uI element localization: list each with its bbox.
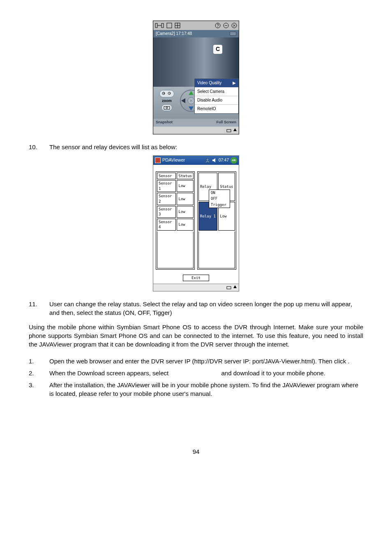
svg-rect-29 xyxy=(227,129,231,132)
page-number: 94 xyxy=(29,447,363,456)
close-icon xyxy=(231,23,237,28)
table-row: Sensor 3Low xyxy=(157,206,194,218)
svg-rect-2 xyxy=(167,23,172,28)
menu-video-quality[interactable]: Video Quality▶ xyxy=(195,79,238,88)
windows-flag-icon xyxy=(155,157,161,163)
up-arrow-icon xyxy=(233,128,237,133)
up-arrow-icon xyxy=(233,285,237,290)
camera-label-text: [Camera2] 17:17:48 xyxy=(156,31,192,37)
item-text: The sensor and relay devices will list a… xyxy=(49,143,363,151)
item-text: After the installation, the JAVAViewer w… xyxy=(49,381,363,398)
help-icon: ? xyxy=(215,23,221,28)
zoom-pill[interactable] xyxy=(159,90,174,97)
camera-label: [Camera2] 17:17:48 xyxy=(153,30,239,37)
item-number: 3. xyxy=(29,381,49,398)
menu-remote-io[interactable]: RemoteIO xyxy=(195,105,238,113)
window-icon xyxy=(166,23,172,28)
item-text: User can change the relay status. Select… xyxy=(49,300,363,317)
item-text: When the Download screen appears, select… xyxy=(49,369,363,377)
pda-body: Sensor Status Sensor 1Low Sensor 2Low Se… xyxy=(153,165,239,284)
pda-taskbar xyxy=(153,284,239,291)
signal-icon xyxy=(205,158,210,163)
svg-marker-21 xyxy=(189,91,194,95)
list-item-10: 10. The sensor and relay devices will li… xyxy=(29,143,363,151)
svg-marker-30 xyxy=(233,128,237,131)
item-number: 10. xyxy=(29,143,49,151)
svg-marker-23 xyxy=(181,98,185,103)
context-menu: Video Quality▶ Select Camera Disable Aud… xyxy=(194,79,239,114)
snapshot-pill[interactable] xyxy=(161,104,172,111)
list-item-2: 2. When the Download screen appears, sel… xyxy=(29,369,363,377)
relay-table: Relay Status Relay 1Low xyxy=(197,171,236,270)
menu-disable-audio[interactable]: Disable Audio xyxy=(195,96,238,105)
svg-text:?: ? xyxy=(217,23,219,28)
video-area: C Video Quality▶ Select Camera Disable A… xyxy=(153,37,239,87)
keyboard-icon xyxy=(226,128,231,133)
sync-icon xyxy=(155,23,164,28)
menu-select-camera[interactable]: Select Camera xyxy=(195,88,238,96)
item-number: 2. xyxy=(29,369,49,377)
minimize-icon xyxy=(223,23,229,28)
pda-titlebar: PDAViewer 07:47 ok xyxy=(153,156,239,165)
chevron-right-icon: ▶ xyxy=(233,80,236,86)
item-number: 1. xyxy=(29,357,49,365)
list-item-3: 3. After the installation, the JAVAViewe… xyxy=(29,381,363,398)
keyboard-icon xyxy=(226,285,231,290)
table-row: Sensor 2Low xyxy=(157,193,194,205)
sensor-header: Sensor xyxy=(157,173,176,180)
item-text: Open the web browser and enter the DVR s… xyxy=(49,357,363,365)
svg-rect-0 xyxy=(155,23,157,28)
popup-on[interactable]: ON xyxy=(209,190,230,196)
svg-marker-31 xyxy=(212,158,215,162)
list-item-11: 11. User can change the relay status. Se… xyxy=(29,300,363,317)
item-number: 11. xyxy=(29,300,49,317)
relay-status-popup: ON OFF Trigger xyxy=(209,190,230,208)
sensor-table: Sensor Status Sensor 1Low Sensor 2Low Se… xyxy=(156,171,195,270)
device-topbar: ? xyxy=(153,21,239,30)
pda-title: PDAViewer xyxy=(162,157,204,163)
svg-point-19 xyxy=(166,107,168,109)
list-item-1: 1. Open the web browser and enter the DV… xyxy=(29,357,363,365)
paragraph-symbian: Using the mobile phone within Symbian Sm… xyxy=(29,323,363,349)
svg-rect-32 xyxy=(227,287,231,289)
table-row: Sensor 1Low xyxy=(157,180,194,192)
pdaviewer-screenshot: PDAViewer 07:47 ok Sensor Status xyxy=(153,155,239,291)
camera-viewer-screenshot: ? [Camera2] 17:17:48 C Video Quality▶ Se… xyxy=(153,21,239,134)
fullscreen-label: Full Screen xyxy=(216,120,236,125)
camera-small-icon xyxy=(230,32,236,36)
zoom-label: zoom xyxy=(156,98,178,104)
c-badge: C xyxy=(213,45,222,54)
popup-trigger[interactable]: Trigger xyxy=(209,202,230,208)
speaker-icon xyxy=(212,158,217,163)
device-taskbar xyxy=(153,127,239,134)
snapshot-label: Snapshot xyxy=(156,120,173,125)
svg-marker-33 xyxy=(233,285,237,288)
table-row: Sensor 4Low xyxy=(157,219,194,231)
grid-icon xyxy=(175,23,180,28)
ok-button[interactable]: ok xyxy=(231,157,237,164)
svg-rect-1 xyxy=(161,23,164,28)
popup-off[interactable]: OFF xyxy=(209,196,230,202)
pda-time: 07:47 xyxy=(219,157,229,163)
exit-button[interactable]: Exit xyxy=(183,275,209,281)
svg-marker-22 xyxy=(189,106,194,111)
status-header: Status xyxy=(177,173,194,180)
bottom-row: Snapshot Full Screen xyxy=(153,119,239,127)
